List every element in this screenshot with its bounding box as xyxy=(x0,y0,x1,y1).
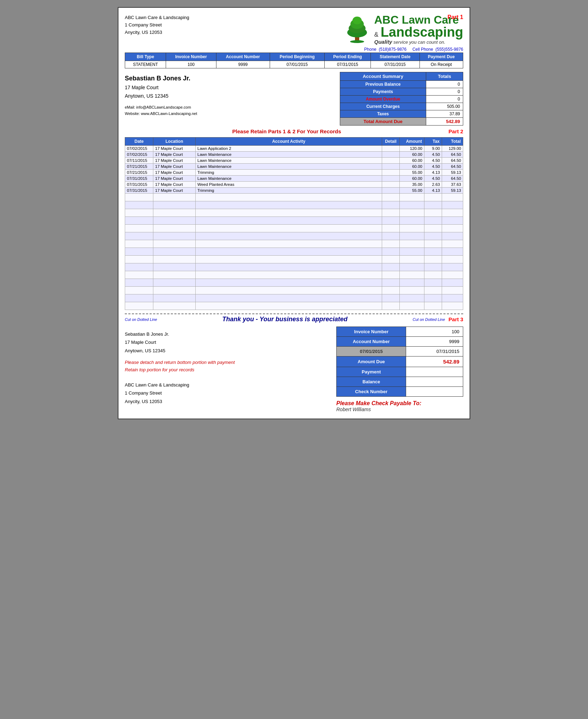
activity-cell-total: 64.50 xyxy=(442,164,463,170)
payment-row: Invoice Number 100 xyxy=(337,327,463,337)
payment-table: Invoice Number 100 Account Number 9999 0… xyxy=(336,327,463,397)
activity-cell-amount: 60.00 xyxy=(400,176,424,182)
customer-contact: eMail: info@ABCLawnLandscape.com Website… xyxy=(125,104,340,117)
activity-cell-total: 59.13 xyxy=(442,188,463,194)
summary-amount-payments: 0 xyxy=(426,88,463,96)
billing-header-periodending: Period Ending xyxy=(325,53,371,61)
activity-cell-activity: Trimming xyxy=(196,188,382,194)
activity-row: 07/11/2015 17 Maple Court Lawn Maintenan… xyxy=(125,158,463,164)
activity-empty-row xyxy=(125,279,463,287)
cell-label: Cell Phone xyxy=(412,47,433,52)
activity-cell-location: 17 Maple Court xyxy=(153,164,196,170)
activity-cell-detail xyxy=(382,164,400,170)
bottom-right: Invoice Number 100 Account Number 9999 0… xyxy=(336,327,463,412)
activity-cell-total: 37.63 xyxy=(442,182,463,188)
activity-cell-amount: 55.00 xyxy=(400,170,424,176)
activity-header-total: Total xyxy=(442,138,463,146)
activity-header-tax: Tax xyxy=(424,138,442,146)
invoice-document: Part 1 ABC Lawn Care & Landscaping 1 Com… xyxy=(118,7,470,419)
activity-row: 07/31/2015 17 Maple Court Trimming 55.00… xyxy=(125,188,463,194)
payment-label: Payment xyxy=(337,367,406,377)
activity-cell-activity: Lawn Maintenance xyxy=(196,158,382,164)
summary-row-taxes: Taxes 37.89 xyxy=(340,110,463,118)
activity-row: 07/21/2015 17 Maple Court Trimming 55.00… xyxy=(125,170,463,176)
billing-header-billtype: Bill Type xyxy=(125,53,166,61)
activity-cell-detail xyxy=(382,152,400,158)
activity-cell-tax: 4.50 xyxy=(424,164,442,170)
activity-cell-activity: Weed Planted Areas xyxy=(196,182,382,188)
cut-label-left: Cut on Dotted Line xyxy=(125,317,157,322)
customer-email: eMail: info@ABCLawnLandscape.com xyxy=(125,104,340,111)
thank-you-message: Thank you - Your business is appreciated xyxy=(157,316,413,323)
summary-amount-prevbalance: 0 xyxy=(426,81,463,88)
billing-header-paymentdue: Payment Due xyxy=(419,53,463,61)
activity-cell-total: 59.13 xyxy=(442,170,463,176)
part3-label: Part 3 xyxy=(448,316,463,322)
activity-cell-detail xyxy=(382,146,400,152)
activity-empty-row xyxy=(125,217,463,225)
check-payable-label: Please Make Check Payable To: xyxy=(336,400,463,407)
activity-cell-activity: Lawn Maintenance xyxy=(196,164,382,170)
activity-empty-row xyxy=(125,201,463,209)
activity-cell-detail xyxy=(382,176,400,182)
billing-table: Bill Type Invoice Number Account Number … xyxy=(125,53,463,68)
activity-header-location: Location xyxy=(153,138,196,146)
summary-amount-total: 542.89 xyxy=(426,118,463,126)
customer-address2: Anytown, US 12345 xyxy=(125,92,340,100)
activity-row: 07/31/2015 17 Maple Court Lawn Maintenan… xyxy=(125,176,463,182)
summary-row-prevbalance: Previous Balance 0 xyxy=(340,81,463,88)
billing-accountnumber: 9999 xyxy=(216,61,270,68)
activity-cell-amount: 120.00 xyxy=(400,146,424,152)
activity-cell-detail xyxy=(382,182,400,188)
phone-row: Phone (518)875-9876 Cell Phone (555)555-… xyxy=(125,47,463,52)
activity-cell-activity: Lawn Maintenance xyxy=(196,176,382,182)
billing-invoicenumber: 100 xyxy=(166,61,216,68)
payment-label: Account Number xyxy=(337,337,406,347)
activity-empty-row xyxy=(125,294,463,302)
activity-cell-detail xyxy=(382,158,400,164)
payment-value: 07/31/2015 xyxy=(406,347,463,357)
logo-amp: & Landscaping xyxy=(374,25,463,39)
bottom-left: Sebastian B Jones Jr. 17 Maple Court Any… xyxy=(125,327,326,412)
customer-name: Sebastian B Jones Jr. xyxy=(125,75,340,82)
cut-section: Cut on Dotted Line Thank you - Your busi… xyxy=(125,313,463,323)
activity-table: Date Location Account Activity Detail Am… xyxy=(125,137,463,310)
activity-empty-row xyxy=(125,287,463,294)
pay-to-company-address: ABC Lawn Care & Landscaping 1 Company St… xyxy=(125,381,326,406)
activity-cell-activity: Lawn Application 2 xyxy=(196,146,382,152)
activity-cell-tax: 9.00 xyxy=(424,146,442,152)
activity-cell-date: 07/02/2015 xyxy=(125,152,153,158)
summary-label-currentcharges: Current Charges xyxy=(340,103,426,110)
phone-number: (518)875-9876 xyxy=(379,47,406,52)
logo-tagline: Quality service you can count on. xyxy=(374,39,463,45)
activity-cell-amount: 35.00 xyxy=(400,182,424,188)
payment-label: 07/01/2015 xyxy=(337,347,406,357)
billing-header-accountnumber: Account Number xyxy=(216,53,270,61)
cell-number: (555)555-9876 xyxy=(435,47,463,52)
summary-header-label: Account Summary xyxy=(340,72,426,81)
billing-header-statementdate: Statement Date xyxy=(370,53,419,61)
part1-label: Part 1 xyxy=(448,14,463,20)
payment-row: Payment xyxy=(337,367,463,377)
summary-label-prevbalance: Previous Balance xyxy=(340,81,426,88)
billing-row: STATEMENT 100 9999 07/01/2015 07/31/2015… xyxy=(125,61,463,68)
activity-cell-tax: 4.13 xyxy=(424,170,442,176)
payment-value: 9999 xyxy=(406,337,463,347)
customer-address1: 17 Maple Court xyxy=(125,84,340,92)
company-address1: 1 Company Street xyxy=(125,22,189,29)
activity-row: 07/31/2015 17 Maple Court Weed Planted A… xyxy=(125,182,463,188)
activity-empty-row xyxy=(125,263,463,271)
summary-amount-taxes: 37.89 xyxy=(426,110,463,118)
summary-label-total: Total Amount Due xyxy=(340,118,426,126)
activity-cell-amount: 60.00 xyxy=(400,152,424,158)
activity-cell-location: 17 Maple Court xyxy=(153,146,196,152)
activity-cell-date: 07/21/2015 xyxy=(125,170,153,176)
payment-value xyxy=(406,387,463,397)
activity-empty-row xyxy=(125,248,463,256)
mid-section: Sebastian B Jones Jr. 17 Maple Court Any… xyxy=(125,72,463,126)
summary-label-overdue: Amount Overdue xyxy=(340,96,426,103)
activity-empty-row xyxy=(125,209,463,217)
summary-header-totals: Totals xyxy=(426,72,463,81)
activity-row: 07/02/2015 17 Maple Court Lawn Maintenan… xyxy=(125,152,463,158)
summary-amount-currentcharges: 505.00 xyxy=(426,103,463,110)
